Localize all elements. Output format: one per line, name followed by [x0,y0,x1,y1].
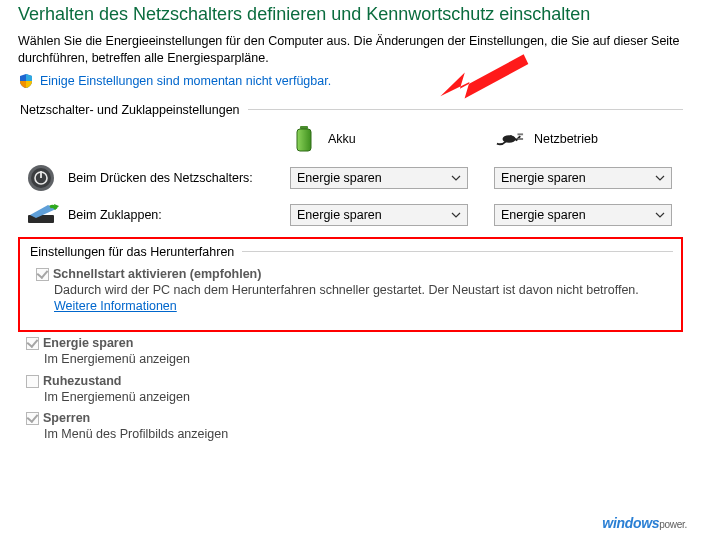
checkbox-fast-startup[interactable]: Schnellstart aktivieren (empfohlen) Dadu… [36,267,673,315]
mode-header-row: Akku Netzbetrieb [18,125,683,153]
intro-text: Wählen Sie die Energieeinstellungen für … [18,33,683,67]
checkbox-label: Energie sparen [43,336,133,350]
chevron-down-icon [449,208,463,222]
power-button-plugged-select[interactable]: Energie sparen [494,167,672,189]
divider [242,251,673,252]
chevron-down-icon [653,171,667,185]
svg-rect-2 [297,129,311,151]
checkbox-description: Im Energiemenü anzeigen [44,389,683,405]
checkbox-icon [26,412,39,425]
checkbox-icon [26,375,39,388]
lid-close-icon [26,203,68,227]
lid-battery-select[interactable]: Energie sparen [290,204,468,226]
uac-shield-icon [18,73,34,89]
mode-battery-label: Akku [328,132,356,146]
checkbox-label: Schnellstart aktivieren (empfohlen) [53,267,261,281]
svg-rect-5 [517,138,523,140]
power-button-icon [26,163,68,193]
checkbox-description: Im Energiemenü anzeigen [44,351,683,367]
highlight-box: Einstellungen für das Herunterfahren Sch… [18,237,683,333]
checkbox-icon [26,337,39,350]
battery-icon [290,125,318,153]
checkbox-lock[interactable]: Sperren Im Menü des Profilbilds anzeigen [26,411,683,442]
lid-close-row: Beim Zuklappen: Energie sparen Energie s… [18,203,683,227]
divider [248,109,683,110]
plug-icon [496,125,524,153]
change-unavailable-settings-link[interactable]: Einige Einstellungen sind momentan nicht… [40,74,331,88]
checkbox-hibernate[interactable]: Ruhezustand Im Energiemenü anzeigen [26,374,683,405]
checkbox-label: Ruhezustand [43,374,121,388]
svg-point-3 [503,135,516,142]
power-button-label: Beim Drücken des Netzschalters: [68,171,290,185]
checkbox-icon [36,268,49,281]
svg-rect-4 [517,133,523,135]
svg-rect-10 [28,215,54,223]
checkbox-description: Dadurch wird der PC nach dem Herunterfah… [54,282,673,315]
checkbox-label: Sperren [43,411,90,425]
section-power-buttons: Netzschalter- und Zuklappeinstellungen [18,103,683,117]
lid-plugged-select[interactable]: Energie sparen [494,204,672,226]
section-shutdown: Einstellungen für das Herunterfahren [28,245,673,259]
mode-plugged-label: Netzbetrieb [534,132,598,146]
checkbox-description: Im Menü des Profilbilds anzeigen [44,426,683,442]
watermark: windowspower. [602,515,687,531]
power-button-battery-select[interactable]: Energie sparen [290,167,468,189]
chevron-down-icon [449,171,463,185]
chevron-down-icon [653,208,667,222]
more-info-link[interactable]: Weitere Informationen [54,299,177,313]
checkbox-sleep[interactable]: Energie sparen Im Energiemenü anzeigen [26,336,683,367]
page-title: Verhalten des Netzschalters definieren u… [18,4,683,25]
power-button-row: Beim Drücken des Netzschalters: Energie … [18,163,683,193]
lid-close-label: Beim Zuklappen: [68,208,290,222]
